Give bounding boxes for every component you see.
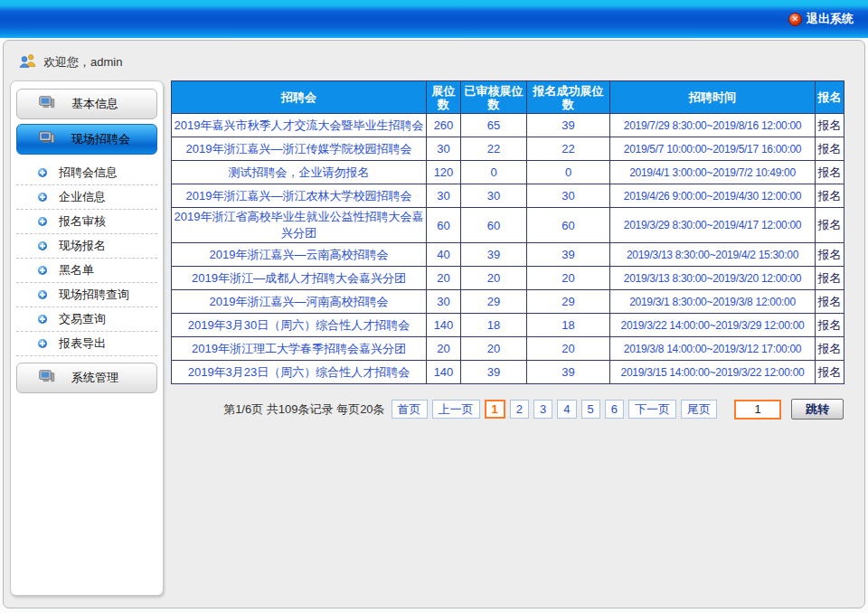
fair-title-link[interactable]: 2019年浙江省高校毕业生就业公益性招聘大会嘉兴分团 bbox=[172, 208, 427, 243]
recruit-time: 2019/3/1 8:30:00~2019/3/8 12:00:00 bbox=[610, 290, 816, 314]
sidebar-submenu: 招聘会信息 企业信息 报名审核 现场报名 黑名单 现场招聘查询 交易查询 报表导… bbox=[16, 159, 157, 358]
registered-booth-count: 20 bbox=[527, 337, 610, 361]
table-header-cell: 报名成功展位数 bbox=[527, 81, 610, 114]
sidebar: 基本信息 现场招聘会 招聘会信息 企业信息 报名审核 bbox=[10, 80, 164, 596]
table-header-cell: 招聘时间 bbox=[610, 81, 816, 114]
sidebar-group-basic-info[interactable]: 基本信息 bbox=[16, 89, 157, 119]
sidebar-group-label: 系统管理 bbox=[71, 370, 118, 386]
sidebar-group-label: 基本信息 bbox=[71, 96, 118, 112]
sidebar-subitem[interactable]: 报表导出 bbox=[16, 332, 157, 356]
booth-count: 30 bbox=[427, 290, 461, 314]
jump-button[interactable]: 跳转 bbox=[791, 399, 844, 420]
prev-page-button[interactable]: 上一页 bbox=[432, 400, 480, 419]
sidebar-subitem-label: 招聘会信息 bbox=[59, 165, 118, 181]
first-page-button[interactable]: 首页 bbox=[392, 400, 428, 419]
sidebar-subitem[interactable]: 企业信息 bbox=[16, 185, 157, 210]
fair-title-link[interactable]: 2019年浙江嘉兴—河南高校招聘会 bbox=[172, 290, 427, 314]
fair-title-link[interactable]: 2019年浙江理工大学春季招聘会嘉兴分团 bbox=[172, 337, 427, 361]
table-row: 2019年浙江嘉兴—河南高校招聘会 30 29 29 2019/3/1 8:30… bbox=[172, 290, 844, 314]
sidebar-subitem-label: 现场招聘查询 bbox=[59, 287, 129, 303]
pagination-summary: 第1/6页 共109条记录 每页20条 bbox=[223, 401, 384, 418]
reviewed-booth-count: 22 bbox=[461, 137, 527, 161]
registered-booth-count: 18 bbox=[527, 314, 610, 337]
sidebar-subitem[interactable]: 现场报名 bbox=[16, 234, 157, 259]
signup-link[interactable]: 报名 bbox=[816, 337, 844, 361]
close-icon: ✕ bbox=[788, 13, 802, 26]
jump-page-input[interactable] bbox=[734, 400, 781, 420]
fair-title-link[interactable]: 2019年浙江嘉兴—浙江传媒学院校园招聘会 bbox=[172, 137, 427, 161]
table-row: 2019年浙江—成都人才招聘大会嘉兴分团 20 20 20 2019/3/13 … bbox=[172, 267, 844, 290]
signup-link[interactable]: 报名 bbox=[816, 161, 844, 184]
last-page-button[interactable]: 尾页 bbox=[681, 400, 717, 419]
recruit-time: 2019/4/26 9:00:00~2019/4/30 12:00:00 bbox=[610, 184, 816, 208]
registered-booth-count: 39 bbox=[527, 114, 610, 137]
signup-link[interactable]: 报名 bbox=[816, 114, 844, 137]
signup-link[interactable]: 报名 bbox=[816, 208, 844, 243]
users-icon bbox=[19, 53, 37, 71]
sidebar-subitem-label: 现场报名 bbox=[59, 238, 106, 254]
table-row: 2019年嘉兴市秋季人才交流大会暨毕业生招聘会 260 65 39 2019/7… bbox=[172, 114, 844, 137]
table-row: 2019年浙江嘉兴—浙江传媒学院校园招聘会 30 22 22 2019/5/7 … bbox=[172, 137, 844, 161]
page-number-button[interactable]: 5 bbox=[581, 400, 600, 419]
sidebar-subitem-label: 交易查询 bbox=[59, 311, 106, 327]
fair-title-link[interactable]: 2019年嘉兴市秋季人才交流大会暨毕业生招聘会 bbox=[172, 114, 427, 137]
fair-title-link[interactable]: 2019年浙江嘉兴—浙江农林大学校园招聘会 bbox=[172, 184, 427, 208]
reviewed-booth-count: 0 bbox=[461, 161, 527, 184]
table-row: 2019年浙江嘉兴—云南高校招聘会 40 39 39 2019/3/13 8:3… bbox=[172, 243, 844, 267]
signup-link[interactable]: 报名 bbox=[816, 137, 844, 161]
sidebar-subitem-label: 黑名单 bbox=[59, 262, 94, 278]
fair-title-link[interactable]: 2019年浙江—成都人才招聘大会嘉兴分团 bbox=[172, 267, 427, 290]
signup-link[interactable]: 报名 bbox=[816, 267, 844, 290]
page-number-button[interactable]: 2 bbox=[510, 400, 529, 419]
registered-booth-count: 0 bbox=[527, 161, 610, 184]
booth-count: 40 bbox=[427, 243, 461, 267]
signup-link[interactable]: 报名 bbox=[816, 184, 844, 208]
welcome-bar: 欢迎您，admin bbox=[10, 50, 864, 80]
next-page-button[interactable]: 下一页 bbox=[628, 400, 676, 419]
signup-link[interactable]: 报名 bbox=[816, 290, 844, 314]
table-row: 测试招聘会，企业请勿报名 120 0 0 2019/4/1 3:00:00~20… bbox=[172, 161, 844, 184]
signup-link[interactable]: 报名 bbox=[816, 361, 844, 384]
table-header-row: 招聘会展位数已审核展位数报名成功展位数招聘时间报名 bbox=[172, 81, 844, 114]
sidebar-subitem[interactable]: 报名审核 bbox=[16, 210, 157, 234]
table-header-cell: 报名 bbox=[816, 81, 844, 114]
signup-link[interactable]: 报名 bbox=[816, 314, 844, 337]
page-number-button[interactable]: 3 bbox=[533, 400, 552, 419]
sidebar-subitem[interactable]: 现场招聘查询 bbox=[16, 283, 157, 307]
fair-title-link[interactable]: 2019年浙江嘉兴—云南高校招聘会 bbox=[172, 243, 427, 267]
plus-icon bbox=[38, 290, 47, 299]
sidebar-subitem[interactable]: 黑名单 bbox=[16, 259, 157, 283]
fair-title-link[interactable]: 2019年3月23日（周六）综合性人才招聘会 bbox=[172, 361, 427, 384]
reviewed-booth-count: 20 bbox=[461, 267, 527, 290]
plus-icon bbox=[38, 193, 47, 202]
top-bar: ✕ 退出系统 bbox=[0, 0, 868, 38]
recruit-time: 2019/3/8 14:00:00~2019/3/12 17:00:00 bbox=[610, 337, 816, 361]
sidebar-group-onsite-fair[interactable]: 现场招聘会 bbox=[16, 124, 157, 155]
booth-count: 260 bbox=[427, 114, 461, 137]
fair-title-link[interactable]: 测试招聘会，企业请勿报名 bbox=[172, 161, 427, 184]
logout-button[interactable]: ✕ 退出系统 bbox=[788, 11, 854, 27]
current-page-button[interactable]: 1 bbox=[485, 400, 505, 419]
signup-link[interactable]: 报名 bbox=[816, 243, 844, 267]
table-row: 2019年浙江理工大学春季招聘会嘉兴分团 20 20 20 2019/3/8 1… bbox=[172, 337, 844, 361]
reviewed-booth-count: 29 bbox=[461, 290, 527, 314]
page-number-button[interactable]: 6 bbox=[605, 400, 624, 419]
sidebar-group-system-admin[interactable]: 系统管理 bbox=[16, 363, 157, 393]
page-number-button[interactable]: 4 bbox=[557, 400, 576, 419]
registered-booth-count: 39 bbox=[527, 243, 610, 267]
recruit-time: 2019/7/29 8:30:00~2019/8/16 12:00:00 bbox=[610, 114, 816, 137]
fair-title-link[interactable]: 2019年3月30日（周六）综合性人才招聘会 bbox=[172, 314, 427, 337]
reviewed-booth-count: 39 bbox=[461, 361, 527, 384]
table-row: 2019年3月23日（周六）综合性人才招聘会 140 39 39 2019/3/… bbox=[172, 361, 844, 384]
table-header-cell: 已审核展位数 bbox=[461, 81, 527, 114]
sidebar-subitem-label: 报名审核 bbox=[59, 213, 106, 230]
booth-count: 30 bbox=[427, 137, 461, 161]
table-row: 2019年浙江省高校毕业生就业公益性招聘大会嘉兴分团 60 60 60 2019… bbox=[172, 208, 844, 243]
logout-label: 退出系统 bbox=[807, 11, 854, 27]
sidebar-subitem[interactable]: 招聘会信息 bbox=[16, 161, 157, 185]
sidebar-subitem[interactable]: 交易查询 bbox=[16, 307, 157, 332]
jobfair-table: 招聘会展位数已审核展位数报名成功展位数招聘时间报名 2019年嘉兴市秋季人才交流… bbox=[171, 80, 844, 384]
recruit-time: 2019/3/29 8:30:00~2019/4/17 12:00:00 bbox=[610, 208, 816, 243]
monitor-icon bbox=[39, 370, 55, 387]
main-content: 招聘会展位数已审核展位数报名成功展位数招聘时间报名 2019年嘉兴市秋季人才交流… bbox=[171, 80, 844, 420]
